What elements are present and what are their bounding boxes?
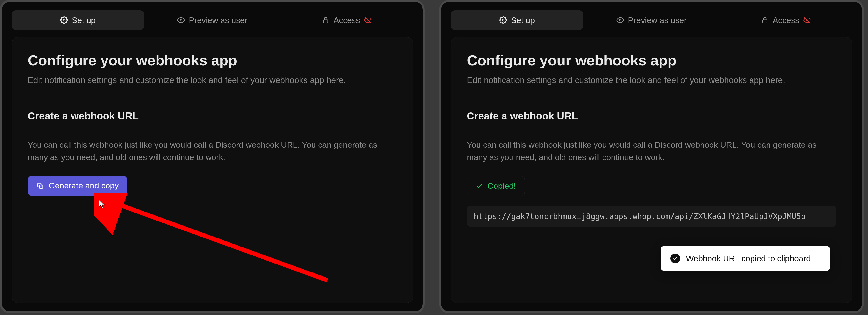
section-description: You can call this webhook just like you … [467,139,836,164]
check-icon [476,182,483,190]
tab-preview[interactable]: Preview as user [146,10,279,30]
tab-label: Access [333,16,360,25]
section-description: You can call this webhook just like you … [28,139,397,164]
button-label: Copied! [488,181,516,191]
copied-button[interactable]: Copied! [467,176,525,196]
panel-after: Set up Preview as user Access Configure … [439,0,864,313]
tab-access[interactable]: Access [281,10,413,30]
svg-line-7 [106,200,327,280]
check-circle-icon [671,254,680,263]
eye-icon [177,16,185,24]
config-card: Configure your webhooks app Edit notific… [451,37,852,303]
svg-point-0 [63,19,65,21]
page-subtitle: Edit notification settings and customize… [28,74,397,86]
lock-icon [761,16,769,24]
tab-label: Set up [511,16,535,25]
pointer-cursor-icon [96,199,106,210]
section-heading: Create a webhook URL [467,110,836,129]
tab-label: Preview as user [189,16,248,25]
tab-bar: Set up Preview as user Access [451,10,852,30]
gear-icon [499,16,507,24]
toast-notification: Webhook URL copied to clipboard [661,246,830,271]
svg-point-1 [180,19,182,21]
annotation-arrow [94,193,332,285]
tab-label: Preview as user [628,16,687,25]
eye-icon [616,16,624,24]
gear-icon [60,16,68,24]
svg-point-9 [619,19,621,21]
svg-point-8 [502,19,504,21]
svg-rect-2 [323,20,328,23]
page-title: Configure your webhooks app [467,52,836,69]
eye-slash-icon [364,16,372,24]
generate-and-copy-button[interactable]: Generate and copy [28,176,127,196]
tab-setup[interactable]: Set up [451,10,583,30]
eye-slash-icon [803,16,811,24]
tab-setup[interactable]: Set up [12,10,144,30]
svg-rect-10 [763,20,767,23]
config-card: Configure your webhooks app Edit notific… [12,37,413,303]
button-label: Generate and copy [49,181,119,191]
lock-icon [322,16,330,24]
page-title: Configure your webhooks app [28,52,397,69]
tab-preview[interactable]: Preview as user [585,10,718,30]
tab-label: Access [773,16,799,25]
panel-before: Set up Preview as user Access Configure … [0,0,425,313]
tab-label: Set up [72,16,96,25]
section-heading: Create a webhook URL [28,110,397,129]
tab-access[interactable]: Access [720,10,852,30]
webhook-url-display[interactable]: https://gak7toncrbhmuxij8ggw.apps.whop.c… [467,206,836,227]
page-subtitle: Edit notification settings and customize… [467,74,836,86]
copy-icon [36,182,44,190]
toast-message: Webhook URL copied to clipboard [686,254,811,263]
tab-bar: Set up Preview as user Access [12,10,413,30]
